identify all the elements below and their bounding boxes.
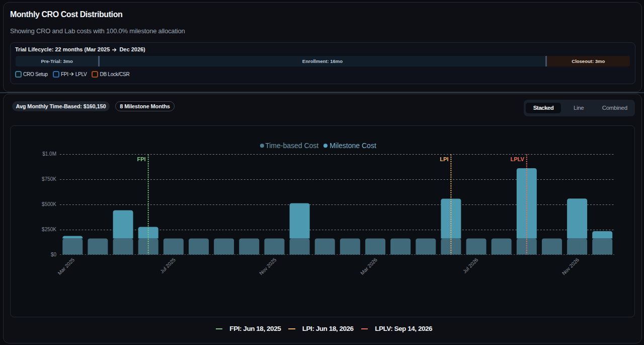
svg-text:$500K: $500K bbox=[42, 201, 56, 207]
svg-text:Nov 2026: Nov 2026 bbox=[561, 257, 580, 276]
svg-text:LPLV: LPLV bbox=[510, 156, 524, 162]
svg-text:FPI: FPI bbox=[137, 156, 146, 162]
svg-text:Time-based Cost: Time-based Cost bbox=[265, 142, 318, 150]
svg-text:$750K: $750K bbox=[42, 176, 56, 182]
svg-text:Jul 2026: Jul 2026 bbox=[462, 257, 479, 274]
svg-text:LPI: LPI bbox=[440, 156, 448, 162]
svg-text:$1.0M: $1.0M bbox=[42, 151, 56, 157]
svg-text:Jul 2025: Jul 2025 bbox=[159, 257, 177, 274]
svg-text:$250K: $250K bbox=[42, 227, 56, 232]
svg-text:Mar 2025: Mar 2025 bbox=[57, 257, 76, 276]
svg-text:Nov 2025: Nov 2025 bbox=[258, 257, 277, 276]
svg-text:Mar 2026: Mar 2026 bbox=[359, 257, 378, 276]
svg-text:Milestone Cost: Milestone Cost bbox=[330, 142, 376, 150]
svg-text:$0: $0 bbox=[51, 252, 57, 257]
